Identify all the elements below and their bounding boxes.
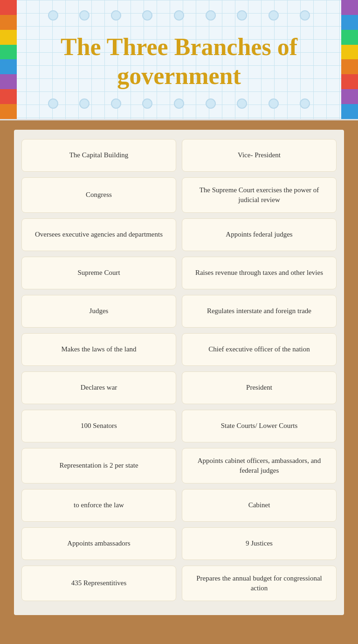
- hole: [237, 10, 247, 21]
- flash-card[interactable]: Declares war: [21, 371, 176, 404]
- holes-top: [0, 10, 358, 21]
- page-title: The Three Branches of government: [19, 28, 339, 96]
- flash-card[interactable]: Appoints ambassadors: [21, 527, 176, 560]
- flash-card[interactable]: Oversees executive agencies and departme…: [21, 218, 176, 251]
- hole: [300, 10, 310, 21]
- flash-card[interactable]: State Courts/ Lower Courts: [182, 410, 337, 442]
- hole: [79, 98, 90, 109]
- flash-card[interactable]: Representation is 2 per state: [21, 448, 176, 483]
- hole: [268, 10, 279, 21]
- hole: [206, 98, 216, 109]
- flash-card[interactable]: Chief executive officer of the nation: [182, 333, 337, 366]
- flash-card[interactable]: to enforce the law: [21, 489, 176, 522]
- flash-card[interactable]: Appoints federal judges: [182, 218, 337, 251]
- holes-bottom: [0, 98, 358, 109]
- flash-card[interactable]: 100 Senators: [21, 410, 176, 442]
- flash-card[interactable]: The Supreme Court exercises the power of…: [182, 177, 337, 213]
- flash-card[interactable]: Prepares the annual budget for congressi…: [182, 566, 337, 601]
- flash-card[interactable]: 9 Justices: [182, 527, 337, 560]
- flash-card[interactable]: Makes the laws of the land: [21, 333, 176, 366]
- header: The Three Branches of government: [0, 0, 358, 120]
- hole: [206, 10, 216, 21]
- hole: [142, 98, 152, 109]
- flash-card[interactable]: Raises revenue through taxes and other l…: [182, 257, 337, 289]
- flash-card[interactable]: Congress: [21, 177, 176, 213]
- hole: [79, 10, 90, 21]
- flash-card[interactable]: Vice- President: [182, 139, 337, 172]
- flash-card[interactable]: Cabinet: [182, 489, 337, 522]
- hole: [48, 10, 58, 21]
- hole: [174, 98, 184, 109]
- hole: [237, 98, 247, 109]
- hole: [300, 98, 310, 109]
- hole: [111, 98, 121, 109]
- main-content: The Capital BuildingVice- PresidentCongr…: [14, 130, 344, 615]
- flash-card[interactable]: Regulates interstate and foreign trade: [182, 295, 337, 328]
- flash-card[interactable]: Judges: [21, 295, 176, 328]
- flash-card[interactable]: The Capital Building: [21, 139, 176, 172]
- flash-card[interactable]: 435 Representitives: [21, 566, 176, 601]
- flash-card[interactable]: Appoints cabinet officers, ambassadors, …: [182, 448, 337, 483]
- hole: [142, 10, 152, 21]
- card-grid: The Capital BuildingVice- PresidentCongr…: [21, 139, 337, 601]
- flash-card[interactable]: Supreme Court: [21, 257, 176, 289]
- hole: [268, 98, 279, 109]
- hole: [174, 10, 184, 21]
- hole: [111, 10, 121, 21]
- flash-card[interactable]: President: [182, 371, 337, 404]
- hole: [48, 98, 58, 109]
